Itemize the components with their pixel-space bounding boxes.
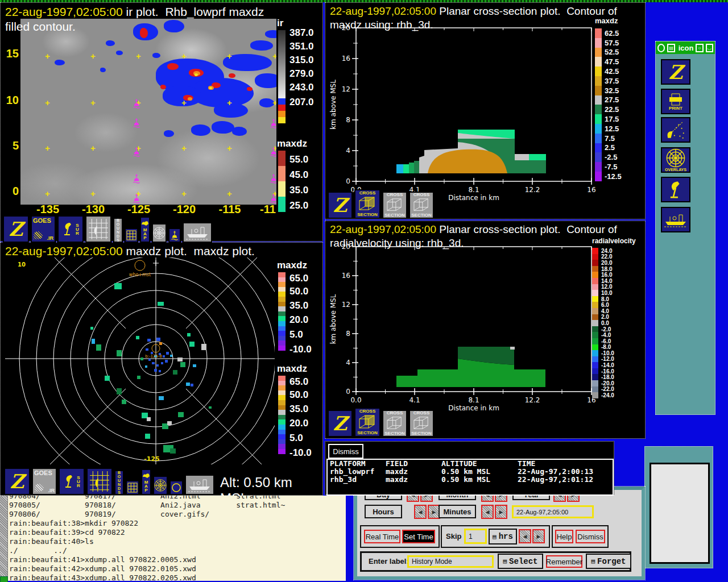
toolbar-button-sur[interactable]: S U R bbox=[57, 215, 84, 243]
time-field[interactable]: 22-Aug-97,2:05:00 bbox=[512, 505, 594, 518]
toolbar-button-circle[interactable] bbox=[169, 480, 183, 495]
x-tick-label: 8.1 bbox=[468, 396, 479, 404]
remember-button[interactable]: Remember bbox=[546, 555, 582, 568]
buoy-icon bbox=[133, 173, 140, 184]
icon-window-button-antenna[interactable] bbox=[661, 177, 690, 202]
skip-units-button[interactable]: ▤hrs bbox=[489, 529, 517, 544]
colorbar-label: 14.0 bbox=[598, 278, 612, 284]
toolbar-button-buoy[interactable] bbox=[168, 228, 181, 243]
toolbar-button-cube[interactable]: CROSSSECTION bbox=[354, 189, 380, 219]
y-axis-label: km above MSL bbox=[329, 294, 337, 344]
toolbar-button-cube[interactable]: CROSSSECTION bbox=[382, 192, 407, 219]
x-tick-label: 12.2 bbox=[525, 186, 540, 194]
colorbar-segment bbox=[592, 380, 598, 386]
colorbar-label: 12.5 bbox=[602, 124, 619, 133]
bounds-icon: B O U N D S bbox=[118, 471, 121, 494]
toolbar-button-sgrid[interactable] bbox=[125, 228, 138, 243]
dismiss-time-button[interactable]: Dismiss bbox=[576, 530, 605, 543]
toolbar-button-cube[interactable]: CROSSSECTION bbox=[409, 410, 434, 437]
toolbar-button-rings[interactable] bbox=[152, 223, 167, 243]
toolbar-button-cube[interactable]: CROSSSECTION bbox=[409, 192, 434, 219]
x-tick-label: 12.2 bbox=[525, 396, 540, 404]
colorbar-maxdz: maxdz 55.045.035.025.0 bbox=[277, 138, 322, 229]
radar-echo bbox=[167, 421, 172, 425]
colorbar-label: -22.0 bbox=[598, 386, 614, 392]
toolbar-button-rgrid[interactable] bbox=[86, 468, 113, 495]
icon-window-button-satdish[interactable] bbox=[661, 117, 690, 143]
window-list-icon[interactable]: ▤ bbox=[667, 44, 675, 52]
radar-echo bbox=[90, 327, 93, 330]
icon-window-button-ship[interactable] bbox=[661, 207, 690, 232]
satellite-image[interactable]: ++++++++++++++++++++++++ bbox=[20, 19, 276, 205]
toolbar-button-ship[interactable] bbox=[183, 222, 212, 243]
skip-label: Skip bbox=[446, 532, 461, 541]
colorbar-row: -20.0 bbox=[592, 380, 646, 386]
contour-region bbox=[515, 160, 546, 173]
icon-window-button-overlays[interactable]: OVERLAYS bbox=[661, 147, 690, 173]
toolbar-button-bounds[interactable]: B O U N D S bbox=[113, 218, 123, 243]
set-time-button[interactable]: Set Time bbox=[402, 530, 435, 543]
toolbar-button-rgrid[interactable] bbox=[85, 215, 111, 243]
toolbar-button-rings[interactable] bbox=[153, 476, 168, 495]
label-field[interactable]: History Mode bbox=[407, 555, 494, 568]
colorbar-segment bbox=[278, 400, 286, 405]
colorbar-segment bbox=[278, 277, 286, 282]
toolbar-button-goes[interactable]: GOES.IR bbox=[31, 215, 56, 243]
terminal-output[interactable]: 970804/ 970817/ Ani2.html strat.html9708… bbox=[9, 496, 345, 581]
toolbar-button-map[interactable]: M A P bbox=[140, 217, 150, 243]
toolbar-button-zeb[interactable]: Z bbox=[328, 192, 353, 219]
spinner-left-button[interactable]: ◀ bbox=[414, 505, 427, 519]
colorbar-label: 16.0 bbox=[598, 272, 612, 278]
toolbar-button-map[interactable]: M A P bbox=[141, 469, 151, 495]
icon-window-button-zeb[interactable]: Z bbox=[661, 59, 690, 85]
toolbar-button-cube[interactable]: CROSSSECTION bbox=[382, 410, 407, 437]
grid-mark: + bbox=[181, 146, 187, 151]
colorbar-segment bbox=[278, 390, 286, 396]
window-resize-icon[interactable]: ◡ bbox=[706, 44, 713, 52]
spinner-right-button[interactable]: ▶ bbox=[495, 505, 507, 519]
range-ring bbox=[19, 257, 275, 464]
table-cell: TIME bbox=[518, 460, 535, 468]
colorbar-label: 243.0 bbox=[289, 82, 314, 93]
colorbar-segment bbox=[592, 260, 598, 266]
ppi-radar-display[interactable]: who+mstb:-125-810-125 bbox=[5, 257, 275, 464]
radar-echo bbox=[152, 362, 155, 364]
spinner-left-button[interactable]: ◀ bbox=[519, 529, 531, 543]
icon-window-button-print[interactable]: PRINT bbox=[661, 89, 690, 114]
toolbar-button-sgrid[interactable] bbox=[126, 480, 139, 495]
colorbar-segment bbox=[278, 381, 286, 386]
y-tick-label: 4 bbox=[346, 147, 350, 155]
spinner-left-button[interactable]: ◀ bbox=[481, 505, 494, 519]
grid-mark: + bbox=[45, 146, 50, 151]
help-button[interactable]: Help bbox=[555, 530, 573, 543]
window-menu-icon[interactable] bbox=[657, 44, 665, 52]
skip-field[interactable]: 1 bbox=[464, 529, 487, 544]
toolbar-button-cube[interactable]: CROSSSECTION bbox=[354, 408, 380, 437]
grid-mark: + bbox=[136, 53, 141, 59]
window-iconify-icon[interactable]: ○ bbox=[696, 44, 703, 52]
toolbar-button-ship[interactable] bbox=[185, 475, 214, 495]
terminal-line: rain:beaufait:43>xdump.all 970822.0205.x… bbox=[9, 573, 345, 581]
toolbar-button-bounds[interactable]: B O U N D S bbox=[114, 470, 124, 495]
cross-section-cube-icon bbox=[411, 197, 432, 213]
radar-echo bbox=[193, 364, 196, 367]
toolbar-button-zeb[interactable]: Z bbox=[328, 410, 353, 437]
overlays-rings-icon bbox=[153, 227, 166, 239]
real-time-button[interactable]: Real Time bbox=[364, 530, 400, 543]
south-label: -125 bbox=[144, 455, 160, 463]
colorbar-segment bbox=[595, 95, 602, 105]
grid-mark: + bbox=[272, 100, 276, 106]
dismiss-button[interactable]: Dismiss bbox=[328, 444, 363, 459]
forget-button[interactable]: ▤Forget bbox=[586, 554, 631, 569]
toolbar-button-zeb[interactable]: Z bbox=[3, 215, 29, 243]
radar-echo bbox=[146, 348, 148, 351]
colorbar-row: 18.0 bbox=[592, 266, 646, 272]
toolbar-button-zeb[interactable]: Z bbox=[4, 468, 30, 495]
colorbar-segment bbox=[278, 181, 286, 197]
terminal-scrollbar[interactable] bbox=[0, 496, 8, 581]
toolbar-button-sur[interactable]: S U R bbox=[59, 468, 85, 495]
table-header-row: PLATFORMFIELDALTITUDETIME bbox=[330, 460, 613, 468]
toolbar-button-goes[interactable]: GOES.IR bbox=[32, 468, 57, 495]
select-button[interactable]: ▤Select bbox=[498, 554, 543, 569]
spinner-right-button[interactable]: ▶ bbox=[532, 529, 545, 543]
